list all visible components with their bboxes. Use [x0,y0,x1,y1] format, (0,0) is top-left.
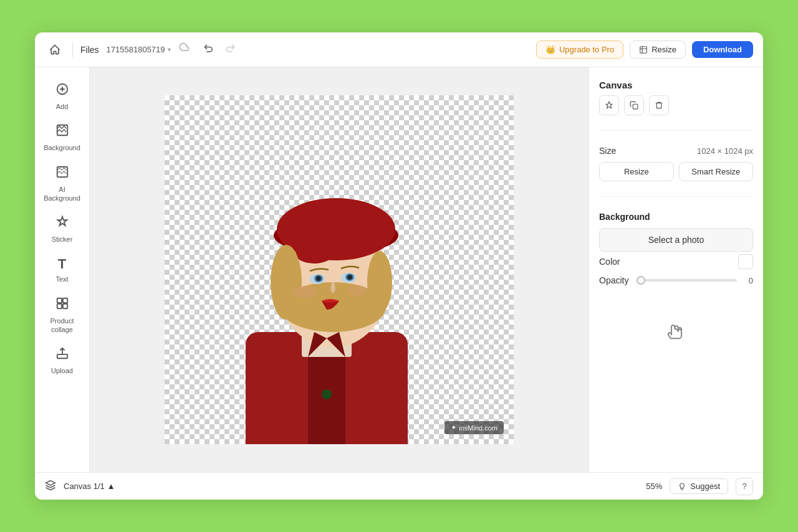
svg-rect-6 [57,304,61,308]
canvas-image [165,95,514,444]
redo-button[interactable] [222,40,238,59]
sidebar-item-upload-label: Upload [51,366,73,375]
svg-point-16 [296,245,333,264]
header: Files 1715581805719 ▾ 👑 [35,32,763,67]
opacity-slider[interactable] [637,279,737,282]
svg-rect-29 [633,104,638,109]
panel-smart-resize-button[interactable]: Smart Resize [679,162,754,181]
help-button[interactable]: ? [736,478,753,495]
hand-cursor-icon [666,323,686,343]
bottom-bar: Canvas 1/1 ▲ 55% Suggest ? [35,472,763,500]
sidebar-item-add-label: Add [56,102,69,111]
sidebar-item-ai-bg-label: AI Background [44,185,80,203]
canvas-area[interactable]: ✦ insMind.com [90,67,589,472]
add-icon [55,82,69,100]
canvas-label-arrow: ▲ [107,482,115,491]
sidebar-item-ai-background[interactable]: AI Background [37,160,87,208]
sidebar-item-background[interactable]: Background [37,118,87,157]
svg-rect-4 [57,298,61,303]
panel-bg-title: Background [599,212,753,222]
cloud-sync-icon[interactable] [178,42,191,57]
sidebar-item-collage-label: Product collage [45,316,80,335]
text-icon: T [58,256,66,272]
home-button[interactable] [45,40,65,60]
svg-point-26 [294,285,316,298]
sidebar-item-text[interactable]: T Text [37,251,87,288]
filename-display[interactable]: 1715581805719 ▾ [107,45,171,54]
svg-point-24 [316,276,321,281]
delete-button[interactable] [649,95,669,115]
svg-rect-7 [62,304,67,308]
main-body: Add Background [35,67,763,472]
svg-point-19 [367,251,392,313]
size-value: 1024 × 1024 px [697,146,753,156]
canvas-label-text: Canvas 1/1 [64,482,105,491]
upgrade-button[interactable]: 👑 Upgrade to Pro [536,40,623,59]
panel-canvas-title: Canvas [599,80,753,90]
svg-rect-8 [57,354,67,358]
panel-separator-2 [599,196,753,197]
cursor-indicator [599,323,753,343]
watermark: ✦ insMind.com [445,421,504,434]
layers-icon[interactable] [45,480,56,493]
header-right-actions: 👑 Upgrade to Pro Resize Download [536,40,753,59]
svg-rect-0 [640,46,647,53]
sidebar-item-sticker[interactable]: Sticker [37,210,87,249]
resize-button[interactable]: Resize [630,40,686,59]
select-photo-button[interactable]: Select a photo [599,228,753,252]
canvas-container: ✦ insMind.com [165,95,514,444]
watermark-icon: ✦ [451,424,456,432]
panel-background-section: Background Select a photo Color Opacity … [599,212,753,285]
canvas-checkerboard: ✦ insMind.com [165,95,514,444]
upload-icon [55,346,69,364]
svg-point-28 [322,389,332,399]
suggest-button[interactable]: Suggest [670,478,728,494]
sidebar-item-background-label: Background [44,143,80,152]
svg-rect-5 [62,298,67,303]
right-panel: Canvas [589,67,763,472]
opacity-value: 0 [743,276,753,285]
panel-icon-row [599,95,753,115]
svg-point-18 [271,245,302,320]
panel-resize-row: Resize Smart Resize [599,162,753,181]
watermark-text: insMind.com [459,424,498,432]
svg-point-25 [347,275,352,280]
sidebar-item-add[interactable]: Add [37,77,87,116]
crown-icon: 👑 [546,45,555,54]
panel-opacity-row: Opacity 0 [599,275,753,285]
download-button[interactable]: Download [692,41,753,58]
filename-chevron: ▾ [168,46,171,53]
background-icon [55,123,69,141]
opacity-slider-thumb[interactable] [637,276,645,285]
lightbulb-icon [678,482,686,491]
sidebar-item-product-collage[interactable]: Product collage [37,292,87,340]
svg-point-27 [349,285,367,296]
product-collage-icon [55,297,69,314]
files-nav[interactable]: Files [80,45,99,55]
panel-separator-1 [599,130,753,131]
opacity-label: Opacity [599,275,630,285]
panel-resize-button[interactable]: Resize [599,162,674,181]
color-label: Color [599,257,620,267]
panel-canvas-section: Canvas [599,80,753,115]
panel-size-section: Size 1024 × 1024 px Resize Smart Resize [599,146,753,181]
header-divider [72,42,73,57]
sidebar: Add Background [35,67,90,472]
pin-button[interactable] [599,95,619,115]
panel-color-row: Color [599,254,753,269]
ai-background-icon [55,165,69,183]
size-label: Size [599,146,616,156]
panel-size-row: Size 1024 × 1024 px [599,146,753,156]
undo-button[interactable] [201,40,217,59]
history-actions [201,40,238,59]
sidebar-item-text-label: Text [55,275,68,283]
canvas-label[interactable]: Canvas 1/1 ▲ [64,482,115,491]
suggest-label: Suggest [690,482,720,491]
copy-button[interactable] [624,95,644,115]
sticker-icon [55,215,69,232]
sidebar-item-sticker-label: Sticker [52,235,73,244]
zoom-label: 55% [646,482,662,491]
color-swatch[interactable] [738,254,753,269]
sidebar-item-upload[interactable]: Upload [37,341,87,380]
